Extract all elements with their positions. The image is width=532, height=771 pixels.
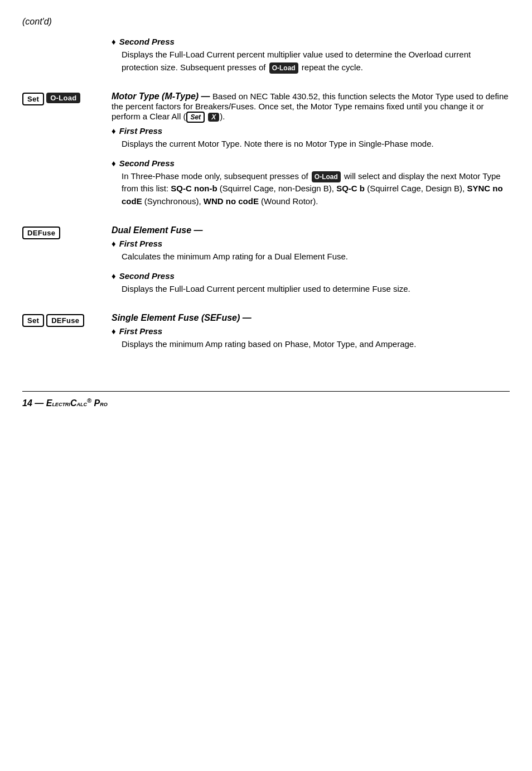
oload-badge-inline: O-Load xyxy=(269,62,298,74)
main-content: ♦ Second Press Displays the Full-Load Cu… xyxy=(22,37,510,369)
diamond-icon-second-mtype: ♦ xyxy=(112,158,116,168)
section-defuse: DEFuse Dual Element Fuse — ♦ First Press… xyxy=(22,225,510,303)
cont-label: (cont'd) xyxy=(22,17,510,27)
diamond-icon-oload2: ♦ xyxy=(112,37,116,46)
section-set-oload: Set O-Load Motor Type (M-Type) — Based o… xyxy=(22,91,510,215)
defuse-button[interactable]: DEFuse xyxy=(22,227,60,239)
section-set-defuse: Set DEFuse Single Element Fuse (SEFuse) … xyxy=(22,313,510,359)
sub-press-first-mtype: ♦ First Press Displays the current Motor… xyxy=(112,126,510,151)
set-button-defuse[interactable]: Set xyxy=(22,314,44,327)
section-second-press-oload: ♦ Second Press Displays the Full-Load Cu… xyxy=(112,37,510,81)
sub-press-first-sefuse: ♦ First Press Displays the minimum Amp r… xyxy=(112,326,510,351)
diamond-icon-second-defuse: ♦ xyxy=(112,271,116,281)
x-badge-inline-mtype: X xyxy=(208,113,219,122)
text-col-oload2: ♦ Second Press Displays the Full-Load Cu… xyxy=(112,37,510,81)
diamond-icon-first-defuse: ♦ xyxy=(112,239,116,248)
section-title-mtype: Motor Type (M-Type) — Based on NEC Table… xyxy=(112,91,510,123)
press-heading-first-defuse: ♦ First Press xyxy=(112,239,510,248)
press-heading-second-mtype: ♦ Second Press xyxy=(112,158,510,168)
press-type-second-mtype: Second Press xyxy=(119,158,175,168)
oload-button[interactable]: O-Load xyxy=(46,93,80,103)
section-title-defuse: Dual Element Fuse — xyxy=(112,225,510,235)
press-type-first-defuse: First Press xyxy=(119,239,163,248)
text-col-defuse: Dual Element Fuse — ♦ First Press Calcul… xyxy=(112,225,510,303)
press-heading-first-sefuse: ♦ First Press xyxy=(112,326,510,336)
button-col-set-defuse: Set DEFuse xyxy=(22,313,112,327)
diamond-icon-first-mtype: ♦ xyxy=(112,126,116,136)
set-button-oload[interactable]: Set xyxy=(22,93,44,105)
button-col-defuse: DEFuse xyxy=(22,225,112,239)
sub-press-second-defuse: ♦ Second Press Displays the Full-Load Cu… xyxy=(112,271,510,296)
footer-reg: ® xyxy=(87,397,91,404)
press-body-second-defuse: Displays the Full-Load Current percent m… xyxy=(122,283,510,296)
set-defuse-row: Set DEFuse xyxy=(22,314,84,327)
footer-brand: ElectriCalc xyxy=(46,398,87,408)
sub-press-first-defuse: ♦ First Press Calculates the minimum Amp… xyxy=(112,239,510,263)
sub-press-second-mtype: ♦ Second Press In Three-Phase mode only,… xyxy=(112,158,510,208)
press-body-second-mtype: In Three-Phase mode only, subsequent pre… xyxy=(122,170,510,208)
button-col-set-oload: Set O-Load xyxy=(22,91,112,105)
footer: 14 — ElectriCalc® Pro xyxy=(22,391,510,408)
footer-dash: — xyxy=(35,398,46,408)
oload-badge-inline-2: O-Load xyxy=(312,171,341,182)
defuse-button-2[interactable]: DEFuse xyxy=(46,314,84,327)
footer-product: Pro xyxy=(91,398,108,408)
sub-press-block-oload2: ♦ Second Press Displays the Full-Load Cu… xyxy=(112,37,510,74)
press-body-first-defuse: Calculates the minimum Amp rating for a … xyxy=(122,250,510,263)
press-body-oload2: Displays the Full-Load Current percent m… xyxy=(122,49,510,74)
press-body-first-mtype: Displays the current Motor Type. Note th… xyxy=(122,138,510,151)
text-col-set-oload: Motor Type (M-Type) — Based on NEC Table… xyxy=(112,91,510,215)
diamond-icon-first-sefuse: ♦ xyxy=(112,326,116,336)
set-badge-inline-mtype: Set xyxy=(186,112,205,123)
press-type-oload2: Second Press xyxy=(119,37,175,46)
press-type-first-mtype: First Press xyxy=(119,126,163,136)
press-heading-first-mtype: ♦ First Press xyxy=(112,126,510,136)
footer-page-num: 14 xyxy=(22,398,32,408)
press-body-first-sefuse: Displays the minimum Amp rating based on… xyxy=(122,338,510,351)
press-type-first-sefuse: First Press xyxy=(119,326,163,336)
section-title-sefuse: Single Element Fuse (SEFuse) — xyxy=(112,313,510,323)
press-heading-second-defuse: ♦ Second Press xyxy=(112,271,510,281)
press-heading-oload2: ♦ Second Press xyxy=(112,37,510,46)
press-type-second-defuse: Second Press xyxy=(119,271,175,281)
text-col-set-defuse: Single Element Fuse (SEFuse) — ♦ First P… xyxy=(112,313,510,359)
